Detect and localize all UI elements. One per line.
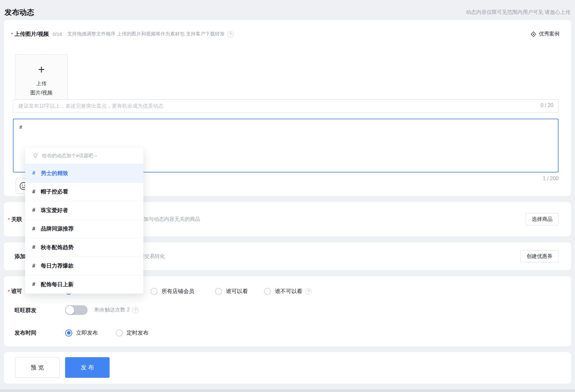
plus-icon: +: [38, 64, 45, 75]
publish-feed-page: 发布动态 动态内容仅限可见范围内用户可见 请放心上传 * 上传图片/视频 0/1…: [0, 0, 575, 392]
coupon-label-wrap: 添加: [15, 253, 25, 260]
hash-icon: #: [32, 226, 35, 232]
wangwang-label-wrap: 旺旺群发: [15, 307, 36, 314]
topic-item-label: 每日力荐爆款: [41, 262, 73, 270]
hash-icon: #: [32, 170, 35, 176]
upload-label: 上传图片/视频: [15, 30, 49, 38]
wangwang-hint-wrap: 剩余触达次数 2 ?: [94, 307, 139, 313]
wangwang-toggle[interactable]: [65, 305, 88, 315]
page-title: 发布动态: [5, 7, 34, 17]
link-product-desc: 加与动态内容无关的商品: [143, 216, 200, 223]
topic-item[interactable]: # 品牌同源推荐: [25, 220, 143, 238]
required-mark: *: [8, 217, 10, 223]
publish-now-option[interactable]: 立即发布: [65, 329, 98, 337]
visibility-option-members[interactable]: 所有店铺会员: [151, 288, 194, 295]
required-mark: *: [11, 32, 13, 38]
visibility-option-label: 谁可以看: [226, 288, 248, 295]
upload-count: 0/18: [53, 31, 62, 37]
page-header: 发布动态 动态内容仅限可见范围内用户可见 请放心上传: [0, 0, 575, 20]
link-product-label-wrap: * 关联: [8, 216, 22, 223]
hash-icon: #: [32, 281, 35, 288]
topic-item[interactable]: # 每日力荐爆款: [25, 257, 143, 275]
hash-icon: #: [32, 244, 35, 250]
radio-selected-icon: [65, 329, 72, 337]
footer-action-bar: 预 览 发 布: [4, 352, 571, 384]
help-icon[interactable]: ?: [227, 31, 234, 37]
upload-hint: 支持拖拽调整文件顺序 上传的图片和视频将作为素材包 支持客户下载转发: [67, 31, 225, 37]
create-coupon-button[interactable]: 创建优惠券: [521, 250, 559, 262]
topic-item[interactable]: # 秋冬配饰趋势: [25, 238, 143, 257]
page-bottom-edge: [0, 389, 575, 392]
visibility-option-who-can-see[interactable]: 谁可以看: [215, 288, 248, 295]
topic-suggestion-dropdown: 给你的动态加个#话题吧～ # 男士的精致 # 帽子控必看 # 珠宝爱好者 # 品…: [25, 148, 143, 294]
wangwang-label: 旺旺群发: [15, 307, 36, 313]
radio-icon: [151, 288, 158, 295]
topic-hint-text: 给你的动态加个#话题吧～: [42, 153, 98, 159]
hash-icon: #: [32, 207, 35, 213]
title-field-wrap: 0 / 20: [13, 99, 559, 113]
publish-time-label: 发布时间: [15, 330, 36, 336]
topic-item[interactable]: # 男士的精致: [25, 164, 143, 182]
publish-scheduled-option[interactable]: 定时发布: [116, 329, 149, 337]
help-icon[interactable]: ?: [305, 288, 312, 295]
publish-time-label-wrap: 发布时间: [15, 329, 36, 337]
visibility-option-label: 所有店铺会员: [161, 288, 194, 295]
required-mark: *: [8, 289, 10, 295]
visibility-option-who-cannot-see[interactable]: 谁不可以看 ?: [264, 288, 312, 295]
content-counter: 1 / 200: [543, 176, 559, 181]
upload-header-row: * 上传图片/视频 0/18 支持拖拽调整文件顺序 上传的图片和视频将作为素材包…: [11, 30, 560, 38]
topic-item-label: 男士的精致: [41, 170, 68, 177]
radio-icon: [264, 288, 271, 295]
wangwang-hint: 剩余触达次数 2: [94, 307, 130, 313]
select-product-button[interactable]: 选择商品: [526, 213, 559, 225]
publish-now-label: 立即发布: [76, 329, 98, 337]
visibility-label-wrap: * 谁可: [8, 288, 22, 295]
lightbulb-icon: [32, 152, 39, 159]
link-product-label: 关联: [11, 216, 22, 223]
visibility-option-label: 谁不可以看: [275, 288, 302, 295]
topic-item-label: 秋冬配饰趋势: [41, 244, 73, 251]
upload-box-line2: 图片/视频: [30, 88, 52, 97]
title-input[interactable]: [13, 99, 559, 113]
coupon-label: 添加: [15, 253, 25, 260]
radio-icon: [215, 288, 222, 295]
topic-item[interactable]: # 配饰每日上新: [25, 275, 143, 294]
excellent-case-label: 优秀案例: [539, 31, 560, 37]
publish-button[interactable]: 发 布: [65, 357, 110, 378]
topic-item[interactable]: # 珠宝爱好者: [25, 201, 143, 220]
topic-item-label: 帽子控必看: [41, 188, 68, 195]
topic-item-label: 品牌同源推荐: [41, 225, 73, 232]
radio-icon: [116, 329, 123, 337]
visibility-label: 谁可: [11, 288, 22, 295]
hash-icon: #: [32, 263, 35, 269]
visibility-note: 动态内容仅限可见范围内用户可见 请放心上传: [466, 9, 570, 16]
publish-scheduled-label: 定时发布: [127, 329, 149, 337]
upload-box-line1: 上传: [36, 79, 47, 88]
preview-button[interactable]: 预 览: [15, 357, 60, 378]
upload-dropzone[interactable]: + 上传 图片/视频: [15, 54, 68, 107]
excellent-case-link[interactable]: 优秀案例: [531, 31, 560, 37]
help-icon[interactable]: ?: [132, 307, 139, 313]
topic-item-label: 珠宝爱好者: [41, 207, 68, 214]
diamond-icon: [531, 31, 536, 37]
topic-item-label: 配饰每日上新: [41, 281, 73, 288]
title-counter: 0 / 20: [541, 103, 553, 108]
topic-item[interactable]: # 帽子控必看: [25, 182, 143, 201]
hash-icon: #: [32, 189, 35, 195]
topic-hint-row: 给你的动态加个#话题吧～: [25, 148, 143, 164]
